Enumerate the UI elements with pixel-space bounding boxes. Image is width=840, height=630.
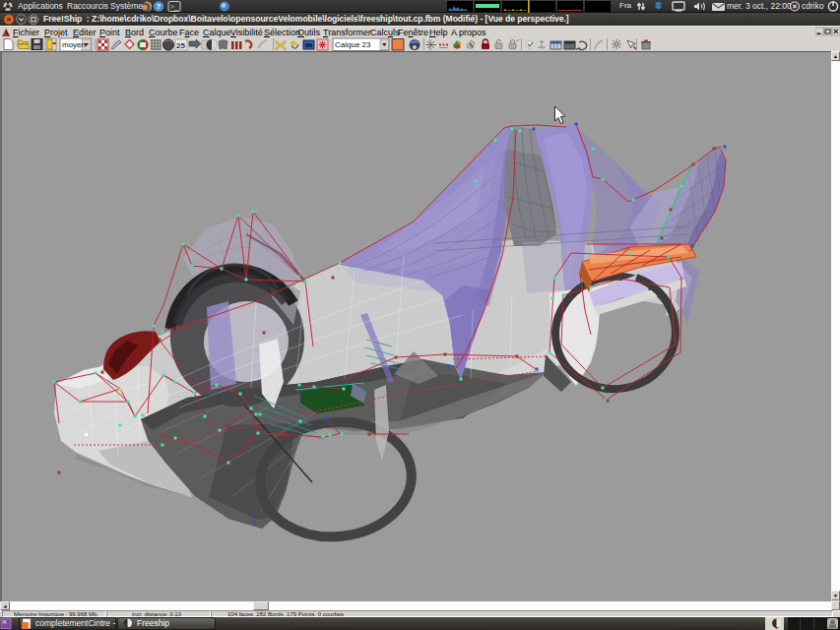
svg-text:>_: >_ <box>170 3 178 11</box>
svg-text:?: ? <box>157 2 162 11</box>
svg-text:25: 25 <box>176 41 185 50</box>
svg-text:moyen: moyen <box>62 40 86 49</box>
svg-text:Calque 23: Calque 23 <box>335 40 371 49</box>
